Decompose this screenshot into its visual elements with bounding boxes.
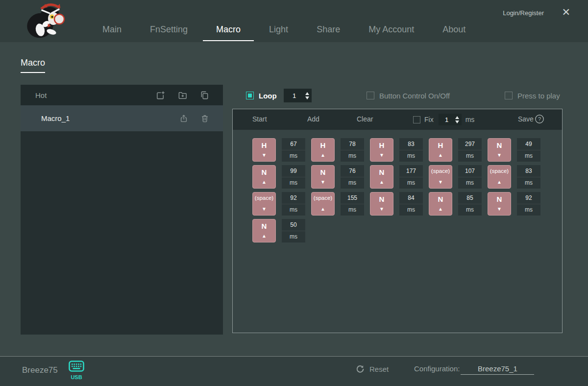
delay-block[interactable]: 67ms xyxy=(282,138,305,162)
button-control-checkbox[interactable] xyxy=(367,92,374,99)
key-label: (space) xyxy=(314,195,332,201)
configuration-label: Configuration: xyxy=(414,364,460,373)
add-folder-icon[interactable] xyxy=(178,91,187,100)
macro-event: (space)▼107ms xyxy=(429,165,482,189)
export-macro-icon[interactable] xyxy=(179,114,188,123)
key-block[interactable]: (space)▼ xyxy=(429,165,452,189)
key-up-icon: ▲ xyxy=(320,153,325,158)
loop-count-stepper[interactable] xyxy=(305,92,309,99)
key-block[interactable]: H▲ xyxy=(311,138,335,162)
fix-delay-stepper[interactable] xyxy=(455,116,459,123)
clear-button[interactable]: Clear xyxy=(357,115,373,123)
configuration-name-input[interactable]: Breeze75_1 xyxy=(461,364,534,375)
tab-fnsetting[interactable]: FnSetting xyxy=(136,24,202,35)
tab-about[interactable]: About xyxy=(428,24,480,35)
delay-unit: ms xyxy=(517,150,540,162)
delay-block[interactable]: 78ms xyxy=(341,138,364,162)
delay-value: 67 xyxy=(282,138,305,150)
fix-delay-input[interactable]: 1 xyxy=(439,114,462,125)
delay-value: 177 xyxy=(399,165,423,177)
delay-block[interactable]: 92ms xyxy=(282,192,305,216)
loop-group: Loop 1 xyxy=(246,87,312,104)
reset-button[interactable]: Reset xyxy=(356,364,389,373)
delay-unit: ms xyxy=(458,204,482,216)
key-down-icon: ▼ xyxy=(497,153,502,158)
macro-event: (space)▲155ms xyxy=(311,192,364,216)
close-icon[interactable]: ✕ xyxy=(562,7,570,17)
macro-event: N▼92ms xyxy=(488,192,540,216)
key-block[interactable]: N▲ xyxy=(252,219,276,242)
tab-main[interactable]: Main xyxy=(88,24,136,35)
tab-my-account[interactable]: My Account xyxy=(354,24,428,35)
fix-checkbox[interactable] xyxy=(413,116,420,123)
tab-light[interactable]: Light xyxy=(255,24,302,35)
add-button[interactable]: Add xyxy=(307,115,319,123)
main-nav: Main FnSetting Macro Light Share My Acco… xyxy=(88,0,480,42)
tab-macro[interactable]: Macro xyxy=(202,24,255,35)
key-block[interactable]: N▼ xyxy=(488,138,511,162)
key-label: H xyxy=(379,142,385,149)
key-block[interactable]: H▲ xyxy=(429,138,452,162)
delay-unit: ms xyxy=(341,204,364,216)
key-block[interactable]: (space)▲ xyxy=(311,192,335,216)
key-label: H xyxy=(262,142,267,149)
key-label: (space) xyxy=(490,169,509,174)
delay-block[interactable]: 50ms xyxy=(282,219,305,242)
key-label: H xyxy=(320,142,326,149)
tab-share[interactable]: Share xyxy=(302,24,354,35)
delay-block[interactable]: 84ms xyxy=(399,192,423,216)
delay-block[interactable]: 83ms xyxy=(517,165,540,189)
macro-list-panel: Hot Macro_1 xyxy=(21,85,223,335)
press-to-play-checkbox[interactable] xyxy=(505,92,513,99)
new-macro-icon[interactable] xyxy=(156,91,165,100)
delay-block[interactable]: 297ms xyxy=(458,138,482,162)
start-button[interactable]: Start xyxy=(252,115,267,123)
delay-block[interactable]: 99ms xyxy=(282,165,305,189)
key-block[interactable]: H▼ xyxy=(370,138,393,162)
delay-block[interactable]: 177ms xyxy=(399,165,423,189)
delete-macro-icon[interactable] xyxy=(200,114,209,123)
macro-event: N▲99ms xyxy=(252,165,305,189)
key-label: H xyxy=(438,142,443,149)
delay-block[interactable]: 107ms xyxy=(458,165,482,189)
delay-block[interactable]: 92ms xyxy=(517,192,540,216)
delay-value: 83 xyxy=(399,138,423,150)
login-register-link[interactable]: Login/Register xyxy=(503,9,544,17)
help-icon[interactable]: ? xyxy=(535,114,544,124)
key-up-icon: ▲ xyxy=(438,153,443,158)
delay-unit: ms xyxy=(458,177,482,189)
key-block[interactable]: N▼ xyxy=(488,192,511,216)
delay-block[interactable]: 155ms xyxy=(341,192,364,216)
stepper-up-icon[interactable] xyxy=(455,116,459,119)
delay-value: 99 xyxy=(282,165,305,177)
key-block[interactable]: N▲ xyxy=(429,192,452,216)
stepper-down-icon[interactable] xyxy=(455,121,459,123)
macro-event: H▲78ms xyxy=(311,138,364,162)
key-block[interactable]: N▲ xyxy=(252,165,276,189)
delay-block[interactable]: 83ms xyxy=(399,138,423,162)
delay-unit: ms xyxy=(341,150,364,162)
key-block[interactable]: (space)▼ xyxy=(252,192,276,216)
macro-list-item[interactable]: Macro_1 xyxy=(21,105,223,131)
macro-event: N▲50ms xyxy=(252,219,305,242)
delay-block[interactable]: 49ms xyxy=(517,138,540,162)
delay-unit: ms xyxy=(282,150,305,162)
key-block[interactable]: N▲ xyxy=(370,165,393,189)
copy-icon[interactable] xyxy=(200,91,209,100)
loop-checkbox[interactable] xyxy=(246,92,254,99)
stepper-up-icon[interactable] xyxy=(305,92,309,95)
stepper-down-icon[interactable] xyxy=(305,96,309,99)
key-block[interactable]: (space)▲ xyxy=(488,165,511,189)
key-block[interactable]: N▼ xyxy=(370,192,393,216)
delay-block[interactable]: 76ms xyxy=(341,165,364,189)
save-button[interactable]: Save xyxy=(518,115,534,123)
key-block[interactable]: N▼ xyxy=(311,165,335,189)
delay-value: 76 xyxy=(341,165,364,177)
reset-label: Reset xyxy=(369,365,389,373)
delay-block[interactable]: 85ms xyxy=(458,192,482,216)
key-block[interactable]: H▼ xyxy=(252,138,276,162)
key-down-icon: ▼ xyxy=(320,180,325,185)
macro-event-grid: H▼67msH▲78msH▼83msH▲297msN▼49msN▲99msN▼7… xyxy=(233,130,550,246)
delay-value: 297 xyxy=(458,138,482,150)
loop-count-input[interactable]: 1 xyxy=(284,89,312,102)
